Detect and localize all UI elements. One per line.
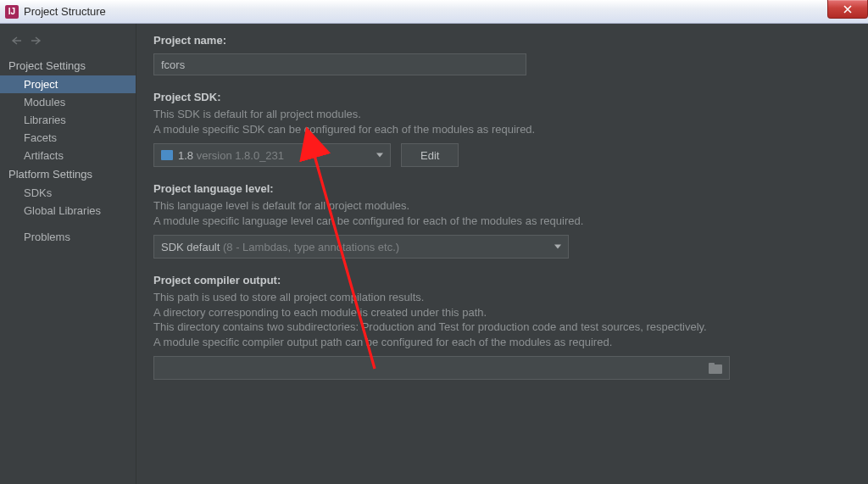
arrow-right-icon: [31, 36, 42, 46]
language-level-value-secondary: (8 - Lambdas, type annotations etc.): [223, 241, 399, 253]
project-name-input[interactable]: [153, 53, 526, 75]
close-icon: [843, 5, 853, 14]
project-sdk-help-2: A module specific SDK can be configured …: [153, 122, 851, 137]
window-close-button[interactable]: [827, 0, 868, 19]
language-level-label: Project language level:: [153, 182, 851, 195]
sidebar-item-libraries[interactable]: Libraries: [0, 111, 136, 129]
edit-sdk-button[interactable]: Edit: [401, 143, 459, 167]
sidebar-section-platform-settings: Platform Settings: [0, 164, 136, 184]
sidebar-section-project-settings: Project Settings: [0, 56, 136, 75]
jdk-icon: [161, 150, 173, 160]
sidebar: Project Settings Project Modules Librari…: [0, 24, 136, 484]
titlebar: IJ Project Structure: [0, 0, 868, 24]
sidebar-item-artifacts[interactable]: Artifacts: [0, 147, 136, 164]
project-sdk-value-primary: 1.8: [178, 149, 193, 162]
language-level-help-2: A module specific language level can be …: [153, 214, 851, 229]
project-name-label: Project name:: [153, 34, 851, 47]
compiler-output-path-input[interactable]: [153, 356, 730, 380]
folder-icon: [709, 363, 722, 374]
chevron-down-icon: [554, 245, 561, 249]
arrow-left-icon: [10, 36, 22, 46]
language-level-dropdown[interactable]: SDK default (8 - Lambdas, type annotatio…: [153, 235, 569, 259]
language-level-help-1: This language level is default for all p…: [153, 198, 851, 214]
window-title: Project Structure: [24, 5, 106, 18]
compiler-output-help-2: A directory corresponding to each module…: [153, 305, 851, 320]
language-level-value-primary: SDK default: [161, 241, 220, 253]
compiler-output-help-1: This path is used to store all project c…: [153, 290, 851, 305]
sidebar-item-global-libraries[interactable]: Global Libraries: [0, 202, 136, 220]
compiler-output-help-3: This directory contains two subdirectori…: [153, 320, 851, 335]
project-sdk-help-1: This SDK is default for all project modu…: [153, 107, 851, 122]
compiler-output-help-4: A module specific compiler output path c…: [153, 335, 851, 350]
sidebar-item-sdks[interactable]: SDKs: [0, 184, 136, 202]
nav-back-button[interactable]: [8, 34, 24, 47]
sidebar-item-facets[interactable]: Facets: [0, 129, 136, 147]
app-icon: IJ: [5, 5, 19, 19]
sidebar-item-project[interactable]: Project: [0, 75, 136, 93]
project-sdk-value-secondary: version 1.8.0_231: [197, 149, 284, 162]
main-panel: Project name: Project SDK: This SDK is d…: [136, 24, 868, 484]
nav-forward-button[interactable]: [29, 34, 44, 47]
project-sdk-label: Project SDK:: [153, 91, 851, 103]
sidebar-item-modules[interactable]: Modules: [0, 93, 136, 111]
chevron-down-icon: [376, 153, 383, 158]
project-sdk-dropdown[interactable]: 1.8 version 1.8.0_231: [153, 143, 391, 167]
sidebar-item-problems[interactable]: Problems: [0, 228, 136, 246]
compiler-output-label: Project compiler output:: [153, 274, 851, 287]
